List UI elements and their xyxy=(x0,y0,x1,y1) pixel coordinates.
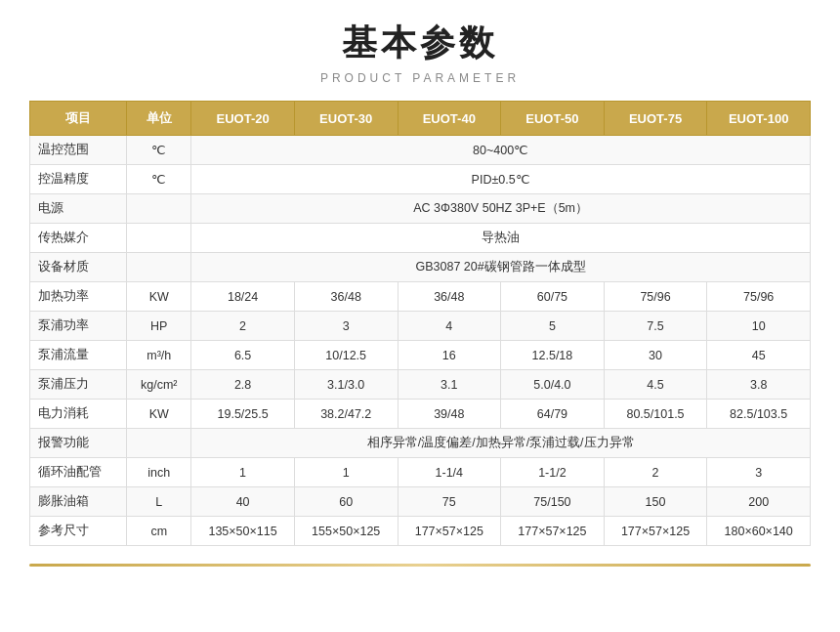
row-4-span: GB3087 20#碳钢管路一体成型 xyxy=(191,253,811,282)
row-12-col-5: 200 xyxy=(707,487,811,517)
row-11-col-2: 1-1/4 xyxy=(398,458,501,487)
row-2-item: 电源 xyxy=(30,194,127,224)
row-7-col-4: 30 xyxy=(604,341,707,370)
row-9-col-0: 19.5/25.5 xyxy=(191,400,295,429)
row-12-col-2: 75 xyxy=(398,487,501,517)
header-col-4: EUOT-40 xyxy=(398,102,501,136)
row-11-col-4: 2 xyxy=(604,458,707,487)
row-7-col-3: 12.5/18 xyxy=(501,341,605,370)
row-13-unit: cm xyxy=(127,517,191,546)
header-col-6: EUOT-75 xyxy=(604,102,707,136)
row-6-col-3: 5 xyxy=(501,312,605,341)
row-9-col-3: 64/79 xyxy=(501,400,605,429)
row-8-col-5: 3.8 xyxy=(707,370,811,400)
header-col-7: EUOT-100 xyxy=(707,102,811,136)
bottom-line xyxy=(29,564,811,567)
header-col-1: 单位 xyxy=(127,102,191,136)
table-row: 传热媒介导热油 xyxy=(30,224,811,253)
row-8-col-0: 2.8 xyxy=(191,370,295,400)
row-2-span: AC 3Φ380V 50HZ 3P+E（5m） xyxy=(191,194,811,224)
table-row: 电源AC 3Φ380V 50HZ 3P+E（5m） xyxy=(30,194,811,224)
table-row: 泵浦流量m³/h6.510/12.51612.5/183045 xyxy=(30,341,811,370)
row-7-col-2: 16 xyxy=(398,341,501,370)
row-6-col-1: 3 xyxy=(294,312,398,341)
row-13-col-4: 177×57×125 xyxy=(604,517,707,546)
row-8-col-1: 3.1/3.0 xyxy=(294,370,398,400)
row-6-unit: HP xyxy=(127,312,191,341)
row-8-col-2: 3.1 xyxy=(398,370,501,400)
row-10-span: 相序异常/温度偏差/加热异常/泵浦过载/压力异常 xyxy=(191,429,811,458)
row-1-span: PID±0.5℃ xyxy=(191,165,811,194)
table-header-row: 项目单位EUOT-20EUOT-30EUOT-40EUOT-50EUOT-75E… xyxy=(30,102,811,136)
row-10-item: 报警功能 xyxy=(30,429,127,458)
row-8-col-4: 4.5 xyxy=(604,370,707,400)
row-6-item: 泵浦功率 xyxy=(30,312,127,341)
row-13-col-0: 135×50×115 xyxy=(191,517,295,546)
table-row: 控温精度℃PID±0.5℃ xyxy=(30,165,811,194)
row-8-item: 泵浦压力 xyxy=(30,370,127,400)
row-7-col-0: 6.5 xyxy=(191,341,295,370)
table-row: 电力消耗KW19.5/25.538.2/47.239/4864/7980.5/1… xyxy=(30,400,811,429)
table-row: 泵浦压力kg/cm²2.83.1/3.03.15.0/4.04.53.8 xyxy=(30,370,811,400)
row-6-col-5: 10 xyxy=(707,312,811,341)
row-11-col-5: 3 xyxy=(707,458,811,487)
table-body: 温控范围℃80~400℃控温精度℃PID±0.5℃电源AC 3Φ380V 50H… xyxy=(30,136,811,546)
row-2-unit xyxy=(127,194,191,224)
row-12-col-1: 60 xyxy=(294,487,398,517)
row-12-col-4: 150 xyxy=(604,487,707,517)
table-row: 设备材质GB3087 20#碳钢管路一体成型 xyxy=(30,253,811,282)
row-11-col-3: 1-1/2 xyxy=(501,458,605,487)
row-12-col-0: 40 xyxy=(191,487,295,517)
row-7-col-1: 10/12.5 xyxy=(294,341,398,370)
row-9-unit: KW xyxy=(127,400,191,429)
row-11-item: 循环油配管 xyxy=(30,458,127,487)
row-6-col-4: 7.5 xyxy=(604,312,707,341)
row-5-col-4: 75/96 xyxy=(604,282,707,312)
table-row: 报警功能相序异常/温度偏差/加热异常/泵浦过载/压力异常 xyxy=(30,429,811,458)
table-row: 膨胀油箱L40607575/150150200 xyxy=(30,487,811,517)
row-5-unit: KW xyxy=(127,282,191,312)
sub-title: PRODUCT PARAMETER xyxy=(29,71,811,85)
page-container: 基本参数 PRODUCT PARAMETER 项目单位EUOT-20EUOT-3… xyxy=(0,0,840,596)
row-5-col-2: 36/48 xyxy=(398,282,501,312)
row-9-col-4: 80.5/101.5 xyxy=(604,400,707,429)
row-5-item: 加热功率 xyxy=(30,282,127,312)
row-10-unit xyxy=(127,429,191,458)
row-0-span: 80~400℃ xyxy=(191,136,811,165)
row-13-col-5: 180×60×140 xyxy=(707,517,811,546)
table-row: 参考尺寸cm135×50×115155×50×125177×57×125177×… xyxy=(30,517,811,546)
header-col-2: EUOT-20 xyxy=(191,102,295,136)
row-13-col-3: 177×57×125 xyxy=(501,517,605,546)
row-0-item: 温控范围 xyxy=(30,136,127,165)
row-5-col-5: 75/96 xyxy=(707,282,811,312)
main-title: 基本参数 xyxy=(29,20,811,67)
row-1-unit: ℃ xyxy=(127,165,191,194)
row-3-span: 导热油 xyxy=(191,224,811,253)
table-row: 加热功率KW18/2436/4836/4860/7575/9675/96 xyxy=(30,282,811,312)
row-9-col-1: 38.2/47.2 xyxy=(294,400,398,429)
row-11-col-1: 1 xyxy=(294,458,398,487)
row-3-unit xyxy=(127,224,191,253)
row-3-item: 传热媒介 xyxy=(30,224,127,253)
row-6-col-0: 2 xyxy=(191,312,295,341)
row-8-unit: kg/cm² xyxy=(127,370,191,400)
header-col-3: EUOT-30 xyxy=(294,102,398,136)
row-4-item: 设备材质 xyxy=(30,253,127,282)
row-11-unit: inch xyxy=(127,458,191,487)
row-12-item: 膨胀油箱 xyxy=(30,487,127,517)
row-1-item: 控温精度 xyxy=(30,165,127,194)
row-7-col-5: 45 xyxy=(707,341,811,370)
row-0-unit: ℃ xyxy=(127,136,191,165)
row-7-unit: m³/h xyxy=(127,341,191,370)
row-7-item: 泵浦流量 xyxy=(30,341,127,370)
row-9-col-5: 82.5/103.5 xyxy=(707,400,811,429)
header-col-0: 项目 xyxy=(30,102,127,136)
table-row: 循环油配管inch111-1/41-1/223 xyxy=(30,458,811,487)
table-row: 泵浦功率HP23457.510 xyxy=(30,312,811,341)
row-8-col-3: 5.0/4.0 xyxy=(501,370,605,400)
row-12-col-3: 75/150 xyxy=(501,487,605,517)
row-13-item: 参考尺寸 xyxy=(30,517,127,546)
row-6-col-2: 4 xyxy=(398,312,501,341)
header-col-5: EUOT-50 xyxy=(501,102,605,136)
row-5-col-0: 18/24 xyxy=(191,282,295,312)
